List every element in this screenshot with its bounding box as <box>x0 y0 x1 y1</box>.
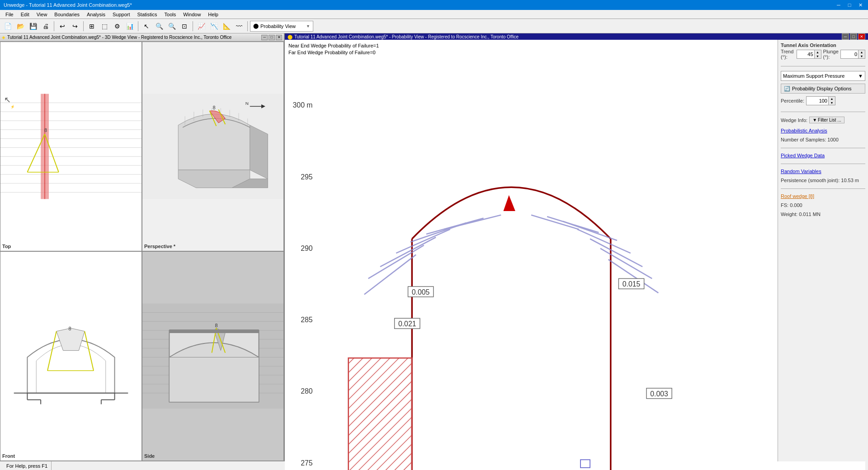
plunge-up-arrow[interactable]: ▲ <box>859 50 865 54</box>
top-view-label: Top <box>2 244 11 249</box>
menu-boundaries[interactable]: Boundaries <box>51 11 83 18</box>
menu-tools[interactable]: Tools <box>161 11 180 18</box>
plunge-down-arrow[interactable]: ▼ <box>859 54 865 58</box>
svg-text:8: 8 <box>213 105 216 110</box>
weight-text: Weight: 0.011 MN <box>781 212 865 217</box>
print-button[interactable]: 🖨 <box>40 20 52 32</box>
view3d-button[interactable]: ⬚ <box>99 20 110 32</box>
far-end-prob: Far End Wedge Probability of Failure=0 <box>288 49 379 56</box>
save-button[interactable]: 💾 <box>27 20 39 32</box>
right-sidebar: Tunnel Axis Orientation Trend (°): 45 ▲ … <box>778 40 868 470</box>
menu-statistics[interactable]: Statistics <box>134 11 161 18</box>
separator-3 <box>138 21 138 31</box>
left-window-buttons: ─ □ ✕ <box>261 35 282 40</box>
wedge-icon: ◈ <box>2 35 5 40</box>
prob-view-svg: 300 m 295 290 285 280 275 295 255 m 260 … <box>285 40 778 470</box>
separator-2 <box>83 21 84 31</box>
prob-close-button[interactable]: ✕ <box>858 33 865 40</box>
filter-list-button[interactable]: ▼ Filter List ... <box>809 117 844 123</box>
table-button[interactable]: 📊 <box>124 20 136 32</box>
maximize-button[interactable]: □ <box>845 1 854 9</box>
percentile-down-arrow[interactable]: ▼ <box>829 101 835 105</box>
open-button[interactable]: 📂 <box>14 20 26 32</box>
menu-file[interactable]: File <box>2 11 17 18</box>
plunge-input[interactable]: 0 ▲ ▼ <box>840 50 865 59</box>
top-view[interactable]: 8 ↖ ⚡ Top <box>0 42 142 251</box>
view-mode-dropdown[interactable]: ⬤ Probability View ▼ <box>250 21 313 32</box>
trend-value-input[interactable]: 45 <box>797 50 815 59</box>
percentile-up-arrow[interactable]: ▲ <box>829 97 835 101</box>
percentile-input[interactable]: 100 ▲ ▼ <box>806 96 835 105</box>
svg-rect-61 <box>169 357 259 402</box>
svg-text:0.003: 0.003 <box>650 390 668 398</box>
menu-view[interactable]: View <box>33 11 51 18</box>
prob-display-options-button[interactable]: 🔄 Probability Display Options <box>781 84 865 94</box>
svg-text:⚡: ⚡ <box>10 104 15 109</box>
percentile-value-input[interactable]: 100 <box>806 96 829 105</box>
main-area: ◈ Tutorial 11 Advanced Joint Combination… <box>0 33 868 461</box>
menu-help[interactable]: Help <box>204 11 222 18</box>
svg-text:8: 8 <box>44 127 47 133</box>
dropdown-arrow-icon: ▼ <box>858 73 863 79</box>
chart1-button[interactable]: 📈 <box>195 20 207 32</box>
zoom-in-button[interactable]: 🔍 <box>153 20 165 32</box>
redo-button[interactable]: ↪ <box>69 20 81 32</box>
left-minimize-button[interactable]: ─ <box>261 35 268 40</box>
zoom-fit-button[interactable]: ⊡ <box>179 20 190 32</box>
separator-5 <box>247 21 248 31</box>
close-button[interactable]: ✕ <box>856 1 864 9</box>
minimize-button[interactable]: ─ <box>835 1 843 9</box>
perspective-view[interactable]: N <box>142 42 284 251</box>
menu-edit[interactable]: Edit <box>17 11 33 18</box>
wave-button[interactable]: 〰 <box>233 20 245 32</box>
percentile-label: Percentile: <box>781 98 804 103</box>
separator-4 <box>193 21 193 31</box>
prob-maximize-button[interactable]: □ <box>850 33 857 40</box>
front-view[interactable]: 8 Front <box>0 251 142 461</box>
undo-button[interactable]: ↩ <box>57 20 68 32</box>
angle-button[interactable]: 📐 <box>221 20 232 32</box>
svg-text:8: 8 <box>215 323 217 328</box>
menu-window[interactable]: Window <box>179 11 204 18</box>
prob-canvas[interactable]: Near End Wedge Probability of Failure=1 … <box>285 40 778 470</box>
prob-minimize-button[interactable]: ─ <box>842 33 849 40</box>
front-view-label: Front <box>2 453 15 459</box>
chart2-button[interactable]: 📉 <box>208 20 220 32</box>
plunge-value-input[interactable]: 0 <box>840 50 859 59</box>
svg-text:8: 8 <box>69 326 71 331</box>
trend-down-arrow[interactable]: ▼ <box>815 54 821 58</box>
new-button[interactable]: 📄 <box>2 20 14 32</box>
picked-wedge-link[interactable]: Picked Wedge Data <box>781 153 865 158</box>
prob-display-options-label: Probability Display Options <box>792 86 851 91</box>
side-view[interactable]: 8 Side <box>142 251 284 461</box>
compute-button[interactable]: ⚙ <box>111 20 123 32</box>
svg-rect-108 <box>349 358 412 470</box>
prob-header: Near End Wedge Probability of Failure=1 … <box>288 42 379 56</box>
left-window-title-text: Tutorial 11 Advanced Joint Combination.w… <box>7 35 231 40</box>
support-pressure-dropdown[interactable]: Maximum Support Pressure ▼ <box>781 71 865 81</box>
svg-text:290: 290 <box>301 244 313 252</box>
top-view-svg: 8 ↖ ⚡ <box>0 42 142 251</box>
svg-text:0.021: 0.021 <box>398 320 416 328</box>
support-pressure-label: Maximum Support Pressure <box>783 73 844 79</box>
select-button[interactable]: ↖ <box>141 20 152 32</box>
trend-label: Trend (°): <box>781 49 795 60</box>
help-label: For Help, press F1 <box>6 463 47 469</box>
zoom-out-button[interactable]: 🔍 <box>166 20 178 32</box>
random-vars-link[interactable]: Random Variables <box>781 169 865 174</box>
left-close-button[interactable]: ✕ <box>276 35 282 40</box>
menu-analysis[interactable]: Analysis <box>83 11 109 18</box>
menu-support[interactable]: Support <box>109 11 134 18</box>
plunge-label: Plunge (°): <box>823 49 839 60</box>
roof-wedge-link[interactable]: Roof wedge [8] <box>781 193 865 199</box>
menu-bar: File Edit View Boundaries Analysis Suppo… <box>0 10 868 19</box>
front-view-svg: 8 <box>0 252 142 461</box>
grid-button[interactable]: ⊞ <box>86 20 98 32</box>
trend-up-arrow[interactable]: ▲ <box>815 50 821 54</box>
prob-analysis-link[interactable]: Probabilistic Analysis <box>781 128 865 133</box>
trend-input[interactable]: 45 ▲ ▼ <box>797 50 821 59</box>
left-maximize-button[interactable]: □ <box>269 35 275 40</box>
svg-text:275: 275 <box>301 459 313 467</box>
svg-text:0.015: 0.015 <box>623 280 641 288</box>
svg-marker-23 <box>250 125 268 179</box>
